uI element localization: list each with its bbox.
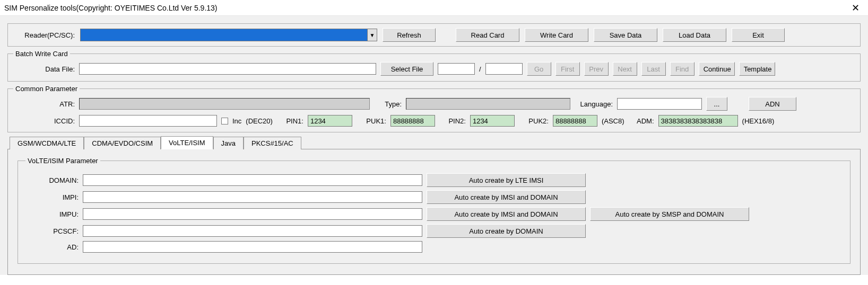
- reader-combobox[interactable]: ▼: [80, 29, 377, 41]
- reader-label: Reader(PC/SC):: [13, 31, 75, 39]
- main-content: Reader(PC/SC): ▼ Refresh Read Card Write…: [0, 16, 868, 275]
- pin1-field[interactable]: 1234: [308, 115, 352, 127]
- inc-checkbox[interactable]: [221, 118, 228, 124]
- auto-smsp-domain-button[interactable]: Auto create by SMSP and DOMAIN: [590, 207, 749, 221]
- tabs-bar: GSM/WCDMA/LTE CDMA/EVDO/CSIM VoLTE/ISIM …: [7, 136, 861, 149]
- impi-label: IMPI:: [25, 193, 79, 201]
- reader-combobox-field[interactable]: [81, 29, 367, 41]
- tab-gsm[interactable]: GSM/WCDMA/LTE: [10, 137, 84, 149]
- pcscf-input[interactable]: [83, 225, 422, 237]
- ad-input[interactable]: [83, 241, 422, 253]
- auto-imsi-domain-impi-button[interactable]: Auto create by IMSI and DOMAIN: [427, 190, 586, 204]
- write-card-button[interactable]: Write Card: [525, 28, 588, 42]
- continue-button[interactable]: Continue: [699, 62, 735, 76]
- language-input[interactable]: [617, 98, 702, 110]
- hex168-label: (HEX16/8): [742, 117, 775, 125]
- reader-group: Reader(PC/SC): ▼ Refresh Read Card Write…: [7, 23, 861, 47]
- tab-pkcs15[interactable]: PKCS#15/AC: [244, 137, 301, 149]
- tab-volte[interactable]: VoLTE/ISIM: [161, 136, 213, 149]
- impu-input[interactable]: [83, 208, 422, 220]
- exit-button[interactable]: Exit: [732, 28, 785, 42]
- prev-button[interactable]: Prev: [584, 62, 609, 76]
- find-button[interactable]: Find: [670, 62, 695, 76]
- batch-group: Batch Write Card Data File: Select File …: [7, 50, 861, 82]
- language-browse-button[interactable]: ...: [706, 97, 727, 111]
- batch-to-input[interactable]: [485, 63, 523, 75]
- auto-domain-button[interactable]: Auto create by DOMAIN: [427, 224, 586, 238]
- pin2-field[interactable]: 1234: [470, 115, 515, 127]
- pin2-label: PIN2:: [439, 117, 466, 125]
- batch-from-input[interactable]: [438, 63, 475, 75]
- read-card-button[interactable]: Read Card: [456, 28, 519, 42]
- atr-label: ATR:: [13, 100, 75, 108]
- adm-field[interactable]: 3838383838383838: [658, 115, 738, 127]
- auto-lte-imsi-button[interactable]: Auto create by LTE IMSI: [427, 173, 586, 187]
- data-file-label: Data File:: [13, 65, 75, 73]
- common-group: Common Parameter ATR: Type: Language: ..…: [7, 85, 861, 132]
- asc8-label: (ASC8): [602, 117, 624, 125]
- auto-imsi-domain-impu-button[interactable]: Auto create by IMSI and DOMAIN: [427, 207, 586, 221]
- chevron-down-icon[interactable]: ▼: [367, 29, 377, 41]
- next-button[interactable]: Next: [613, 62, 637, 76]
- volte-legend: VoLTE/ISIM Parameter: [25, 157, 100, 165]
- close-icon[interactable]: ✕: [847, 1, 864, 15]
- tab-java[interactable]: Java: [213, 137, 244, 149]
- puk2-field[interactable]: 88888888: [553, 115, 597, 127]
- pin1-label: PIN1:: [277, 117, 303, 125]
- template-button[interactable]: Template: [739, 62, 775, 76]
- adn-button[interactable]: ADN: [749, 97, 796, 111]
- domain-label: DOMAIN:: [25, 176, 79, 184]
- iccid-label: ICCID:: [13, 117, 75, 125]
- tab-panel-volte: VoLTE/ISIM Parameter DOMAIN: Auto create…: [7, 149, 861, 275]
- puk1-field[interactable]: 88888888: [390, 115, 435, 127]
- refresh-button[interactable]: Refresh: [383, 28, 436, 42]
- save-data-button[interactable]: Save Data: [594, 28, 657, 42]
- common-legend: Common Parameter: [13, 85, 80, 93]
- puk1-label: PUK1:: [357, 117, 386, 125]
- adm-label: ADM:: [629, 117, 654, 125]
- data-file-input[interactable]: [79, 63, 376, 75]
- ad-label: AD:: [25, 243, 79, 251]
- first-button[interactable]: First: [555, 62, 580, 76]
- volte-param-group: VoLTE/ISIM Parameter DOMAIN: Auto create…: [18, 157, 850, 264]
- domain-input[interactable]: [83, 174, 422, 186]
- atr-field: [79, 98, 370, 110]
- select-file-button[interactable]: Select File: [380, 62, 433, 76]
- slash-label: /: [479, 65, 481, 73]
- pcscf-label: PCSCF:: [25, 227, 79, 235]
- type-field: [406, 98, 570, 110]
- impi-input[interactable]: [83, 191, 422, 203]
- type-label: Type:: [374, 100, 402, 108]
- batch-legend: Batch Write Card: [13, 50, 70, 58]
- dec20-label: (DEC20): [246, 117, 273, 125]
- last-button[interactable]: Last: [641, 62, 666, 76]
- inc-label: Inc: [232, 117, 241, 125]
- iccid-input[interactable]: [79, 115, 217, 127]
- window-title: SIM Personalize tools(Copyright: OYEITIM…: [4, 4, 218, 12]
- puk2-label: PUK2:: [519, 117, 549, 125]
- impu-label: IMPU:: [25, 210, 79, 218]
- go-button[interactable]: Go: [527, 62, 551, 76]
- tab-cdma[interactable]: CDMA/EVDO/CSIM: [84, 137, 161, 149]
- title-bar: SIM Personalize tools(Copyright: OYEITIM…: [0, 0, 868, 16]
- language-label: Language:: [575, 100, 613, 108]
- load-data-button[interactable]: Load Data: [663, 28, 726, 42]
